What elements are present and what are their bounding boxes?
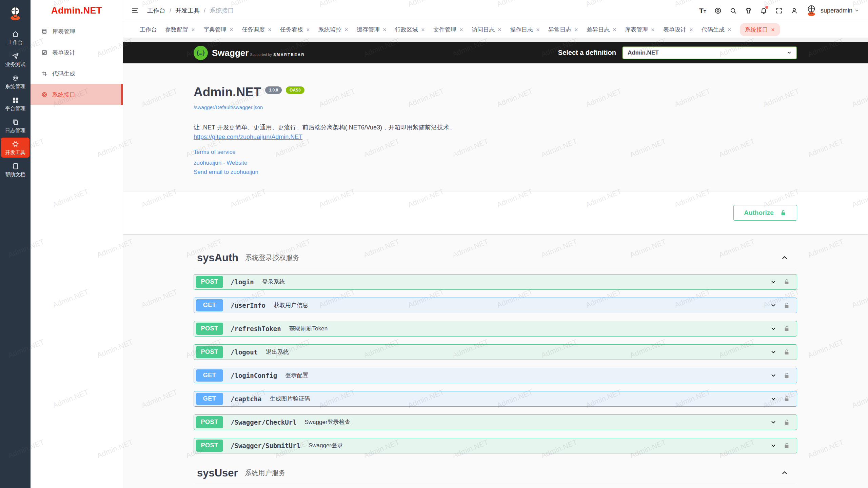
tab-item[interactable]: 操作日志 [510,26,540,34]
auth-unlock-icon[interactable] [783,442,790,449]
expand-chevron-icon[interactable] [770,443,776,449]
tab-close-icon[interactable] [651,27,655,32]
auth-unlock-icon[interactable] [783,395,790,402]
sidebar-item-form-design[interactable]: 表单设计 [31,42,123,63]
endpoint-summary: Swagger登录 [309,442,343,449]
swagger-logo[interactable]: {…} Swagger Supported bySMARTBEAR [194,46,305,60]
authorize-button[interactable]: Authorize [733,205,797,221]
tab-item[interactable]: 异常日志 [548,26,578,34]
tab-close-icon[interactable] [459,27,463,32]
bell-icon[interactable] [756,4,771,17]
tab-item[interactable]: 代码生成 [702,26,732,34]
rail-item-workbench[interactable]: 工作台 [1,27,29,47]
tab-close-icon[interactable] [344,27,349,32]
endpoint-row[interactable]: GET/captcha生成图片验证码 [194,391,797,407]
spec-url-link[interactable]: /swagger/Default/swagger.json [194,104,263,110]
tab-item[interactable]: 库表管理 [625,26,655,34]
tab-close-icon[interactable] [689,27,693,32]
section-header-sysUser[interactable]: sysUser系统用户服务 [194,463,797,485]
auth-unlock-icon[interactable] [783,302,790,309]
tab-item[interactable]: 系统监控 [318,26,349,34]
chevron-up-icon[interactable] [781,469,788,476]
rail-item-platform-mgmt[interactable]: 平台管理 [1,94,29,114]
sidebar-item-system-api[interactable]: 系统接口 [31,84,123,105]
sidebar-item-table-mgmt[interactable]: 库表管理 [31,21,123,42]
breadcrumb-item[interactable]: 工作台 [147,6,165,15]
contact-email-link[interactable]: Send email to zuohuaijun [194,169,258,176]
tab-close-icon[interactable] [306,27,310,32]
tab-item[interactable]: 任务调度 [242,26,272,34]
main-area: 工作台/开发工具/系统接口 TT superadmin [123,0,868,488]
chevron-down-icon [787,50,792,55]
tab-close-icon[interactable] [191,27,195,32]
tab-close-icon[interactable] [612,27,617,32]
expand-chevron-icon[interactable] [770,302,776,308]
sidebar-item-code-gen[interactable]: 代码生成 [31,63,123,84]
terms-of-service-link[interactable]: Terms of service [194,149,236,156]
theme-icon[interactable] [741,4,756,17]
menu-collapse-icon[interactable] [132,7,139,14]
tab-item[interactable]: 差异日志 [587,26,617,34]
user-menu[interactable]: superadmin [805,4,859,17]
expand-chevron-icon[interactable] [770,396,776,402]
mascot-avatar-icon[interactable] [0,0,31,26]
tab-item[interactable]: 工作台 [140,26,157,34]
tab-item[interactable]: 参数配置 [165,26,195,34]
swagger-supported-by: Supported bySMARTBEAR [250,53,305,57]
auth-unlock-icon[interactable] [783,325,790,332]
endpoint-row[interactable]: POST/logout退出系统 [194,344,797,360]
expand-chevron-icon[interactable] [770,326,776,332]
rail-item-help-docs[interactable]: 帮助文档 [1,160,29,180]
rail-item-system-mgmt[interactable]: 系统管理 [1,72,29,92]
endpoint-path: /logout [231,348,258,356]
expand-chevron-icon[interactable] [770,279,776,285]
tab-close-icon[interactable] [382,27,387,32]
fullscreen-icon[interactable] [771,4,787,17]
endpoint-row[interactable]: POST/login登录系统 [194,274,797,290]
tab-close-icon[interactable] [421,27,425,32]
language-icon[interactable] [710,4,726,17]
search-icon[interactable] [726,4,741,17]
tab-close-icon[interactable] [268,27,272,32]
tab-item[interactable]: 系统接口 [740,23,780,36]
tab-item[interactable]: 行政区域 [395,26,425,34]
tab-item[interactable]: 任务看板 [280,26,310,34]
tab-close-icon[interactable] [497,27,502,32]
endpoint-row[interactable]: GET/userInfo获取用户信息 [194,298,797,313]
expand-chevron-icon[interactable] [770,372,776,379]
tab-item[interactable]: 表单设计 [663,26,693,34]
tab-close-icon[interactable] [771,27,775,32]
endpoint-row[interactable]: POST/Swagger/SubmitUrlSwagger登录 [194,438,797,453]
auth-unlock-icon[interactable] [783,279,790,285]
endpoint-row[interactable]: GET/loginConfig登录配置 [194,368,797,383]
tab-item[interactable]: 字典管理 [203,26,234,34]
font-size-icon[interactable]: TT [695,4,710,17]
definition-select[interactable]: Admin.NET [622,46,797,59]
tab-item[interactable]: 文件管理 [433,26,463,34]
tab-close-icon[interactable] [574,27,578,32]
user-icon[interactable] [787,4,802,17]
breadcrumb-item[interactable]: 开发工具 [175,6,200,15]
tab-close-icon[interactable] [229,27,234,32]
gitee-link[interactable]: https://gitee.com/zuohuaijun/Admin.NET [194,134,302,141]
tab-label: 访问日志 [472,26,495,34]
section-header-sysAuth[interactable]: sysAuth系统登录授权服务 [194,248,797,270]
expand-chevron-icon[interactable] [770,419,776,425]
tab-item[interactable]: 缓存管理 [357,26,387,34]
contact-website-link[interactable]: zuohuaijun - Website [194,160,247,166]
auth-unlock-icon[interactable] [783,349,790,355]
expand-chevron-icon[interactable] [770,349,776,355]
endpoint-summary: 获取刷新Token [289,325,328,332]
tab-close-icon[interactable] [536,27,540,32]
rail-item-log-mgmt[interactable]: 日志管理 [1,116,29,136]
endpoint-row[interactable]: POST/Swagger/CheckUrlSwagger登录检查 [194,414,797,430]
database-icon [41,28,47,35]
auth-unlock-icon[interactable] [783,419,790,426]
chevron-up-icon[interactable] [781,254,788,261]
auth-unlock-icon[interactable] [783,372,790,379]
rail-item-dev-tools[interactable]: 开发工具 [1,138,29,158]
endpoint-row[interactable]: POST/refreshToken获取刷新Token [194,321,797,337]
rail-item-business-test[interactable]: 业务测试 [1,49,29,69]
tab-close-icon[interactable] [727,27,732,32]
tab-item[interactable]: 访问日志 [472,26,502,34]
